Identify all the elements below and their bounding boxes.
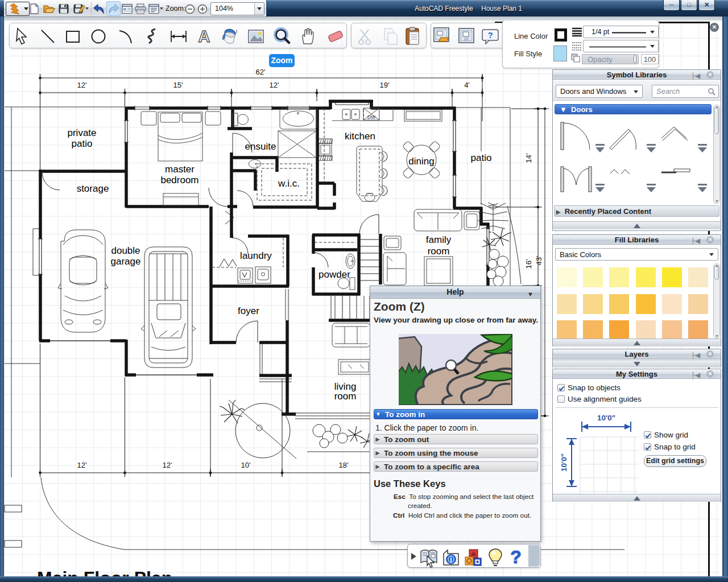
svg-text:A: A xyxy=(198,27,210,46)
svg-text:10'0": 10'0" xyxy=(560,453,568,472)
svg-text:?: ? xyxy=(510,547,522,567)
svg-text:?: ? xyxy=(487,30,493,40)
svg-text:i: i xyxy=(450,556,452,564)
svg-text:10'0": 10'0" xyxy=(597,414,615,422)
